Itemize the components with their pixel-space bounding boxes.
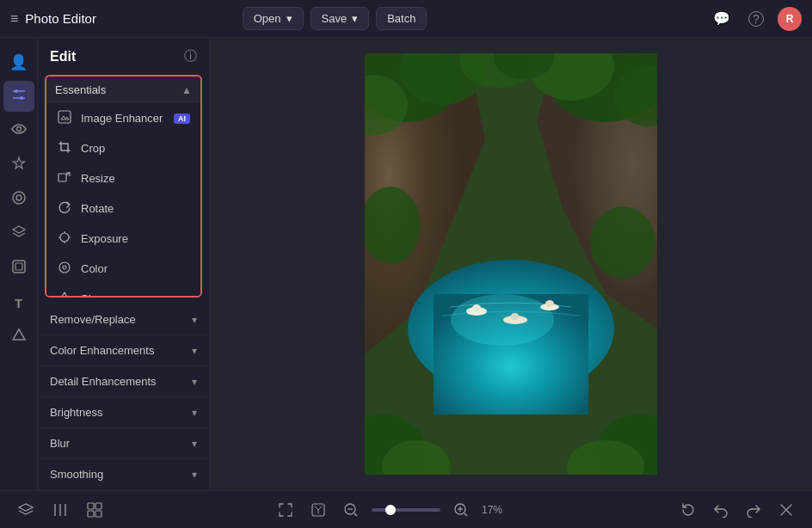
essentials-item-exposure[interactable]: Exposure xyxy=(46,224,200,254)
edit-panel-header: Edit ⓘ xyxy=(38,38,209,71)
zoom-in-button[interactable] xyxy=(449,498,473,522)
canvas-area xyxy=(210,38,812,490)
rotate-icon xyxy=(57,200,72,217)
svg-line-53 xyxy=(354,513,357,516)
svg-rect-47 xyxy=(95,503,102,509)
essentials-item-color[interactable]: Color xyxy=(46,254,200,284)
redo-button[interactable] xyxy=(741,498,766,522)
section-detail-enhancements[interactable]: Detail Enhancements ▾ xyxy=(38,366,209,397)
svg-point-6 xyxy=(16,195,22,200)
svg-rect-8 xyxy=(15,263,22,270)
comment-icon: 💬 xyxy=(713,10,730,27)
bottom-toolbar-center: 17% xyxy=(274,498,509,522)
essentials-header[interactable]: Essentials ▲ xyxy=(46,77,200,103)
open-button[interactable]: Open ▾ xyxy=(243,7,304,30)
svg-rect-24 xyxy=(472,304,481,311)
topbar-right: 💬 ? R xyxy=(709,6,802,32)
sidebar-item-effects[interactable] xyxy=(3,150,34,181)
eye-icon xyxy=(11,122,27,139)
image-enhancer-label: Image Enhancer xyxy=(81,112,165,125)
app-title: Photo Editor xyxy=(25,11,96,26)
svg-point-18 xyxy=(63,266,66,269)
sidebar-item-edit[interactable] xyxy=(3,81,34,112)
svg-rect-46 xyxy=(88,503,94,509)
svg-point-5 xyxy=(13,192,25,204)
section-brightness[interactable]: Brightness ▾ xyxy=(38,397,209,428)
color-wheel-icon xyxy=(57,261,72,277)
close-history-button[interactable] xyxy=(774,498,798,522)
layers-toggle-button[interactable] xyxy=(14,498,38,522)
sidebar-item-eye[interactable] xyxy=(3,115,34,146)
zoom-out-button[interactable] xyxy=(339,498,363,522)
ai-badge: AI xyxy=(174,114,190,124)
exposure-icon xyxy=(57,230,72,247)
zoom-slider[interactable] xyxy=(372,508,440,512)
svg-rect-11 xyxy=(58,174,66,181)
svg-point-4 xyxy=(16,127,21,132)
svg-rect-26 xyxy=(511,313,519,320)
topbar-center: Open ▾ Save ▾ Batch xyxy=(243,7,428,30)
rotate-label: Rotate xyxy=(81,202,190,215)
topbar-left: ≡ Photo Editor xyxy=(10,11,96,27)
help-button[interactable]: ? xyxy=(743,6,769,32)
zoom-level-display: 17% xyxy=(482,504,509,516)
sidebar-item-layers[interactable] xyxy=(3,218,34,249)
grid-toggle-button[interactable] xyxy=(83,498,107,522)
essentials-item-resize[interactable]: Resize xyxy=(46,163,200,193)
svg-marker-9 xyxy=(13,329,25,340)
info-icon[interactable]: ⓘ xyxy=(184,48,197,64)
essentials-item-rotate[interactable]: Rotate xyxy=(46,193,200,224)
svg-point-3 xyxy=(20,96,23,100)
section-remove-replace[interactable]: Remove/Replace ▾ xyxy=(38,304,209,335)
detail-enhancements-label: Detail Enhancements xyxy=(50,375,157,388)
undo-button[interactable] xyxy=(709,498,733,522)
brush-toggle-button[interactable] xyxy=(48,498,72,522)
effects-icon xyxy=(11,156,27,175)
frame-icon xyxy=(11,259,27,279)
edit-panel: Edit ⓘ Essentials ▲ Image Enhancer AI xyxy=(38,38,210,490)
sharpen-label: Sharpen xyxy=(81,292,190,298)
svg-point-17 xyxy=(59,262,70,273)
photo-svg xyxy=(365,53,657,475)
section-blur[interactable]: Blur ▾ xyxy=(38,428,209,459)
save-button[interactable]: Save ▾ xyxy=(311,7,370,30)
fit-to-screen-button[interactable] xyxy=(274,498,298,522)
sidebar-item-text[interactable]: T xyxy=(3,287,34,318)
sharpen-icon xyxy=(57,291,72,298)
essentials-item-image-enhancer[interactable]: Image Enhancer AI xyxy=(46,103,200,133)
text-icon: T xyxy=(15,296,22,310)
sidebar-item-frame[interactable] xyxy=(3,253,34,284)
sliders-icon xyxy=(11,87,27,107)
person-icon: 👤 xyxy=(9,53,28,71)
sidebar-item-shapes[interactable] xyxy=(3,322,34,353)
image-enhancer-icon xyxy=(57,110,72,126)
crop-zoom-button[interactable] xyxy=(306,498,330,522)
avatar[interactable]: R xyxy=(778,7,802,31)
crop-label: Crop xyxy=(81,142,190,155)
photo-image xyxy=(365,53,657,475)
topbar: ≡ Photo Editor Open ▾ Save ▾ Batch 💬 ? R xyxy=(0,0,812,38)
remove-replace-label: Remove/Replace xyxy=(50,313,136,326)
help-icon: ? xyxy=(748,11,764,27)
smoothing-chevron-icon: ▾ xyxy=(192,469,197,481)
essentials-item-sharpen[interactable]: Sharpen xyxy=(46,284,200,298)
refresh-button[interactable] xyxy=(676,498,700,522)
batch-button[interactable]: Batch xyxy=(376,7,427,30)
hamburger-icon[interactable]: ≡ xyxy=(10,11,18,27)
sidebar-item-circle[interactable] xyxy=(3,184,34,215)
detail-enhancements-chevron-icon: ▾ xyxy=(192,376,197,388)
zoom-thumb[interactable] xyxy=(385,505,396,515)
section-smoothing[interactable]: Smoothing ▾ xyxy=(38,459,209,490)
essentials-item-crop[interactable]: Crop xyxy=(46,133,200,163)
brightness-chevron-icon: ▾ xyxy=(192,407,197,419)
essentials-section: Essentials ▲ Image Enhancer AI xyxy=(45,75,202,298)
essentials-chevron-icon: ▲ xyxy=(181,84,192,96)
section-color-enhancements[interactable]: Color Enhancements ▾ xyxy=(38,335,209,366)
svg-rect-28 xyxy=(545,300,554,307)
svg-point-40 xyxy=(590,206,655,279)
brightness-label: Brightness xyxy=(50,406,102,419)
photo-container xyxy=(365,53,657,475)
sidebar-item-person[interactable]: 👤 xyxy=(3,46,34,77)
comment-button[interactable]: 💬 xyxy=(709,6,735,32)
color-label: Color xyxy=(81,262,190,275)
